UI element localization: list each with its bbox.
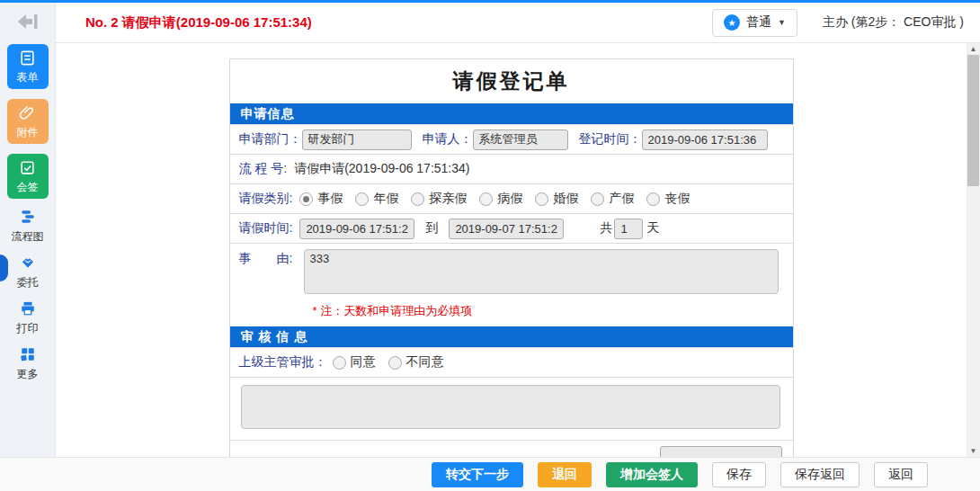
leave-time-label: 请假时间: (239, 220, 293, 237)
back-arrow-icon (16, 12, 40, 35)
sidebar-item-more[interactable]: 更多 (17, 346, 39, 380)
supervisor-label: 上级主管审批： (239, 354, 327, 370)
time-from-input[interactable] (299, 219, 414, 239)
calendar-check-icon (19, 159, 36, 180)
main-column: No. 2 请假申请(2019-09-06 17:51:34) ★ 普通 ▼ 主… (56, 3, 980, 457)
radio-label: 婚假 (553, 191, 578, 207)
scroll-up-icon[interactable]: ▲ (967, 43, 980, 55)
day-word: 天 (646, 220, 659, 237)
sidebar-item-label: 表单 (17, 72, 39, 84)
form-title: 请假登记单 (230, 59, 793, 103)
page-title: No. 2 请假申请(2019-09-06 17:51:34) (85, 14, 312, 31)
radio-label: 不同意 (406, 354, 444, 370)
back-button[interactable] (0, 3, 55, 44)
dept-label: 申请部门： (239, 131, 302, 147)
row-signature-partial (230, 440, 793, 457)
action-bar: 转交下一步 退回 增加会签人 保存 保存返回 返回 (0, 457, 980, 491)
leave-type-label: 请假类别: (239, 191, 293, 207)
priority-dropdown-button[interactable]: ★ 普通 ▼ (712, 9, 797, 37)
sidebar-item-form[interactable]: 表单 (7, 44, 49, 89)
star-badge-icon: ★ (724, 14, 740, 31)
save-and-return-button[interactable]: 保存返回 (780, 462, 860, 487)
sidebar-item-countersign[interactable]: 会签 (7, 154, 49, 199)
row-supervisor-approval: 上级主管审批： 同意 不同意 (230, 347, 793, 377)
row-approval-comment (230, 377, 793, 440)
add-countersigner-button[interactable]: 增加会签人 (606, 462, 698, 487)
header-bar: No. 2 请假申请(2019-09-06 17:51:34) ★ 普通 ▼ 主… (56, 3, 980, 43)
save-button[interactable]: 保存 (712, 462, 766, 487)
radio-leave-type-4[interactable] (535, 192, 548, 206)
regtime-input[interactable] (642, 129, 768, 150)
form-icon (19, 49, 36, 70)
leave-form-panel: 请假登记单 申请信息 申请部门： 申请人： 登记时间： 流 程 号: 请假申请(… (229, 58, 794, 457)
regtime-label: 登记时间： (579, 131, 642, 147)
section-header-review: 审 核 信 息 (230, 326, 793, 347)
sidebar-item-label: 打印 (17, 323, 39, 335)
radio-leave-type-2[interactable] (411, 192, 424, 206)
radio-label: 产假 (609, 191, 634, 207)
grid-more-icon (20, 346, 36, 366)
content-area: 请假登记单 申请信息 申请部门： 申请人： 登记时间： 流 程 号: 请假申请(… (56, 43, 980, 457)
required-note: * 注：天数和申请理由为必填项 (313, 303, 784, 319)
return-back-step-button[interactable]: 退回 (538, 462, 592, 487)
sidebar-item-flowchart[interactable]: 流程图 (12, 209, 44, 243)
applicant-label: 申请人： (423, 131, 473, 147)
radio-agree[interactable] (333, 356, 346, 370)
row-leave-time: 请假时间: 到 共 天 (230, 213, 793, 243)
vertical-scrollbar[interactable]: ▲ ▼ (967, 43, 980, 457)
reason-label: 事 由: (239, 249, 304, 267)
radio-label: 探亲假 (429, 191, 467, 207)
chevron-down-icon: ▼ (778, 18, 786, 27)
sidebar-item-attachment[interactable]: 附件 (7, 99, 49, 144)
to-word: 到 (425, 220, 438, 237)
radio-label: 同意 (351, 354, 376, 370)
radio-leave-type-3[interactable] (479, 192, 493, 206)
applicant-input[interactable] (473, 129, 568, 150)
printer-icon (20, 300, 36, 320)
radio-leave-type-5[interactable] (591, 192, 604, 206)
total-days-input[interactable] (614, 219, 643, 239)
radio-leave-type-0[interactable] (299, 192, 313, 206)
app-window: 表单 附件 会签 流程图 委托 (0, 3, 980, 457)
time-to-input[interactable] (449, 219, 564, 239)
sidebar: 表单 附件 会签 流程图 委托 (0, 3, 56, 457)
radio-label: 年假 (373, 191, 398, 207)
approval-comment-textarea[interactable] (241, 385, 780, 429)
paperclip-icon (19, 104, 36, 125)
row-leave-type: 请假类别: 事假 年假 探亲假 病假 婚假 产假 丧假 (230, 183, 793, 213)
flowno-value: 请假申请(2019-09-06 17:51:34) (294, 161, 469, 177)
radio-leave-type-6[interactable] (646, 192, 660, 206)
radio-leave-type-1[interactable] (355, 192, 369, 206)
signature-date-input[interactable] (660, 446, 782, 457)
flowchart-icon (20, 209, 36, 228)
form-canvas: 请假登记单 申请信息 申请部门： 申请人： 登记时间： 流 程 号: 请假申请(… (56, 43, 967, 457)
row-applicant-info: 申请部门： 申请人： 登记时间： (230, 124, 793, 154)
radio-label: 事假 (317, 191, 343, 207)
sidebar-item-print[interactable]: 打印 (17, 300, 39, 335)
dept-input[interactable] (302, 129, 412, 150)
radio-label: 病假 (497, 191, 522, 207)
sidebar-edge-handle[interactable] (0, 254, 8, 281)
sidebar-item-delegate[interactable]: 委托 (17, 254, 39, 289)
row-reason: 事 由: 333 * 注：天数和申请理由为必填项 (230, 243, 793, 326)
scrollbar-thumb[interactable] (967, 55, 979, 186)
radio-label: 丧假 (664, 191, 690, 207)
sidebar-item-label: 会签 (17, 182, 39, 193)
sidebar-item-label: 委托 (17, 277, 39, 289)
sidebar-item-label: 附件 (17, 127, 39, 138)
forward-next-step-button[interactable]: 转交下一步 (432, 462, 523, 487)
handshake-icon (20, 254, 36, 274)
flowno-label: 流 程 号: (239, 161, 288, 177)
section-header-apply: 申请信息 (230, 103, 793, 124)
total-word: 共 (600, 220, 612, 237)
sidebar-item-label: 流程图 (12, 231, 44, 243)
row-flow-number: 流 程 号: 请假申请(2019-09-06 17:51:34) (230, 154, 793, 183)
reason-textarea[interactable]: 333 (304, 249, 779, 294)
priority-label: 普通 (746, 14, 771, 31)
return-button[interactable]: 返回 (874, 462, 928, 487)
radio-disagree[interactable] (388, 356, 402, 370)
workflow-step-info: 主办 (第2步： CEO审批 ) (823, 14, 964, 31)
sidebar-item-label: 更多 (17, 369, 39, 380)
scroll-down-icon[interactable]: ▼ (967, 445, 980, 457)
